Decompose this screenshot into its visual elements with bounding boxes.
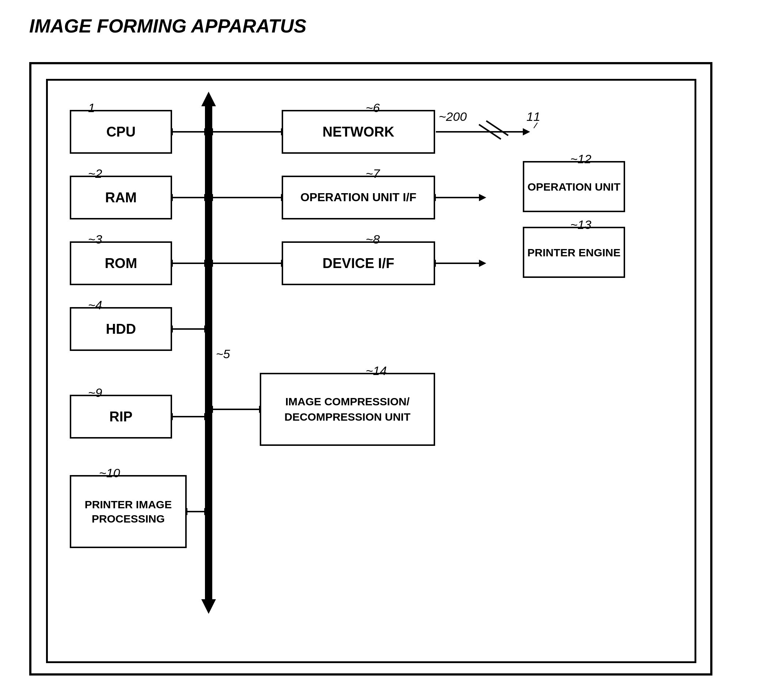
diagram-container: IMAGE FORMING APPARATUS ~5 — [22, 15, 753, 687]
pip-ref: ~10 — [99, 466, 120, 480]
rip-box: RIP — [70, 395, 172, 438]
img-comp-label: IMAGE COMPRESSION/ DECOMPRESSION UNIT — [261, 394, 434, 425]
svg-marker-2 — [201, 599, 216, 614]
rom-ref: ~3 — [88, 232, 102, 247]
rom-box: ROM — [70, 242, 172, 285]
ram-ref: ~2 — [88, 167, 102, 181]
opunit-box: OPERATION UNIT — [523, 161, 625, 212]
device-if-label: DEVICE I/F — [322, 256, 394, 271]
svg-marker-0 — [205, 99, 212, 607]
main-title: IMAGE FORMING APPARATUS — [29, 15, 307, 37]
opunit-label: OPERATION UNIT — [528, 180, 620, 194]
ram-label: RAM — [105, 190, 137, 206]
svg-marker-41 — [523, 128, 530, 135]
printer-engine-ref: ~13 — [570, 218, 591, 232]
rom-label: ROM — [105, 256, 137, 271]
cpu-ref: 1 — [88, 101, 95, 115]
pip-label: PRINTER IMAGE PROCESSING — [71, 497, 185, 526]
cpu-label: CPU — [106, 124, 135, 140]
opunit-if-ref: ~7 — [366, 167, 380, 181]
opunit-if-box: OPERATION UNIT I/F — [282, 176, 435, 220]
opunit-if-label: OPERATION UNIT I/F — [300, 190, 416, 205]
hdd-box: HDD — [70, 307, 172, 351]
device-if-ref: ~8 — [366, 232, 380, 247]
network-box: NETWORK — [282, 110, 435, 154]
printer-engine-box: PRINTER ENGINE — [523, 227, 625, 278]
device-if-box: DEVICE I/F — [282, 242, 435, 285]
rip-ref: ~9 — [88, 386, 102, 400]
hdd-ref: ~4 — [88, 298, 102, 312]
opunit-ref: ~12 — [570, 152, 591, 166]
hdd-label: HDD — [106, 321, 136, 337]
ram-box: RAM — [70, 176, 172, 220]
svg-marker-1 — [201, 92, 216, 106]
img-comp-box: IMAGE COMPRESSION/ DECOMPRESSION UNIT — [260, 373, 435, 446]
img-comp-ref: ~14 — [366, 364, 387, 378]
network-label: NETWORK — [322, 124, 394, 140]
rip-label: RIP — [109, 409, 132, 425]
svg-text:11: 11 — [526, 110, 540, 123]
svg-marker-39 — [479, 260, 486, 267]
svg-text:~200: ~200 — [439, 110, 467, 123]
svg-line-43 — [486, 121, 508, 135]
printer-engine-label: PRINTER ENGINE — [527, 245, 620, 260]
network-ref: ~6 — [366, 101, 380, 115]
svg-marker-36 — [479, 194, 486, 201]
outer-box: ~5 — [29, 62, 712, 675]
svg-text:~5: ~5 — [216, 347, 230, 361]
svg-line-46 — [534, 123, 538, 128]
cpu-box: CPU — [70, 110, 172, 154]
pip-box: PRINTER IMAGE PROCESSING — [70, 475, 187, 548]
inner-box: ~5 — [46, 79, 696, 663]
